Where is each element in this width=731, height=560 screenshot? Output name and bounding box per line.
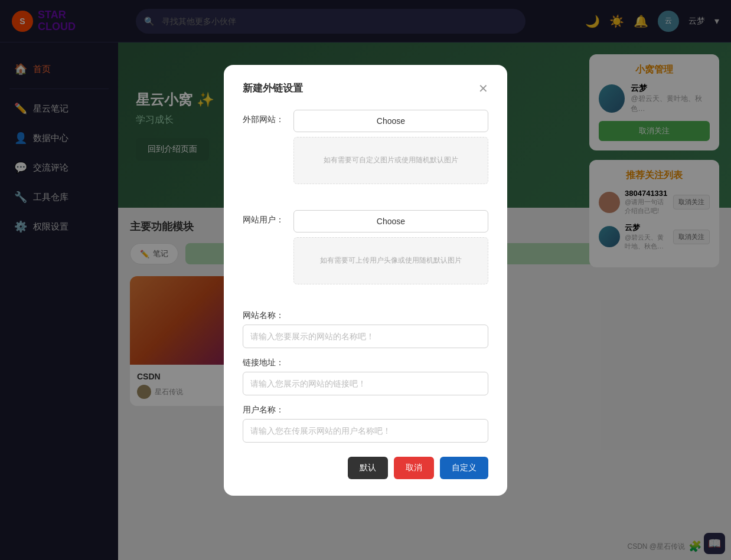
modal-dialog: 新建外链设置 ✕ 外部网站： Choose 如有需要可自定义图片或使用随机默认图… [224, 65, 507, 496]
username-input[interactable] [243, 419, 488, 443]
modal-title: 新建外链设置 [243, 81, 303, 95]
link-label: 链接地址： [243, 358, 488, 368]
username-label: 用户名称： [243, 405, 488, 415]
site-name-input[interactable] [243, 325, 488, 348]
modal-overlay: 新建外链设置 ✕ 外部网站： Choose 如有需要可自定义图片或使用随机默认图… [0, 0, 731, 560]
username-section: 用户名称： [243, 405, 488, 443]
modal-header: 新建外链设置 ✕ [243, 81, 488, 96]
external-site-row: 外部网站： Choose 如有需要可自定义图片或使用随机默认图片 [243, 110, 488, 184]
website-user-row: 网站用户： Choose 如有需要可上传用户头像或使用随机默认图片 [243, 210, 488, 284]
user-hint-text: 如有需要可上传用户头像或使用随机默认图片 [320, 256, 462, 266]
website-user-field: Choose 如有需要可上传用户头像或使用随机默认图片 [293, 210, 488, 284]
external-choose-button[interactable]: Choose [293, 110, 488, 132]
user-choose-button[interactable]: Choose [293, 210, 488, 232]
cancel-button[interactable]: 取消 [394, 457, 434, 479]
default-button[interactable]: 默认 [348, 457, 388, 479]
user-hint-image: 如有需要可上传用户头像或使用随机默认图片 [293, 237, 488, 284]
external-site-field: Choose 如有需要可自定义图片或使用随机默认图片 [293, 110, 488, 184]
external-hint-image: 如有需要可自定义图片或使用随机默认图片 [293, 137, 488, 184]
spacer2 [243, 296, 488, 310]
modal-close-button[interactable]: ✕ [478, 81, 488, 96]
external-site-label: 外部网站： [243, 110, 284, 125]
external-hint-text: 如有需要可自定义图片或使用随机默认图片 [324, 155, 458, 165]
modal-footer: 默认 取消 自定义 [243, 457, 488, 479]
link-input[interactable] [243, 372, 488, 395]
spacer [243, 196, 488, 210]
site-name-section: 网站名称： [243, 310, 488, 348]
custom-button[interactable]: 自定义 [440, 457, 488, 479]
site-name-label: 网站名称： [243, 310, 488, 321]
link-section: 链接地址： [243, 358, 488, 395]
website-user-label: 网站用户： [243, 210, 284, 225]
